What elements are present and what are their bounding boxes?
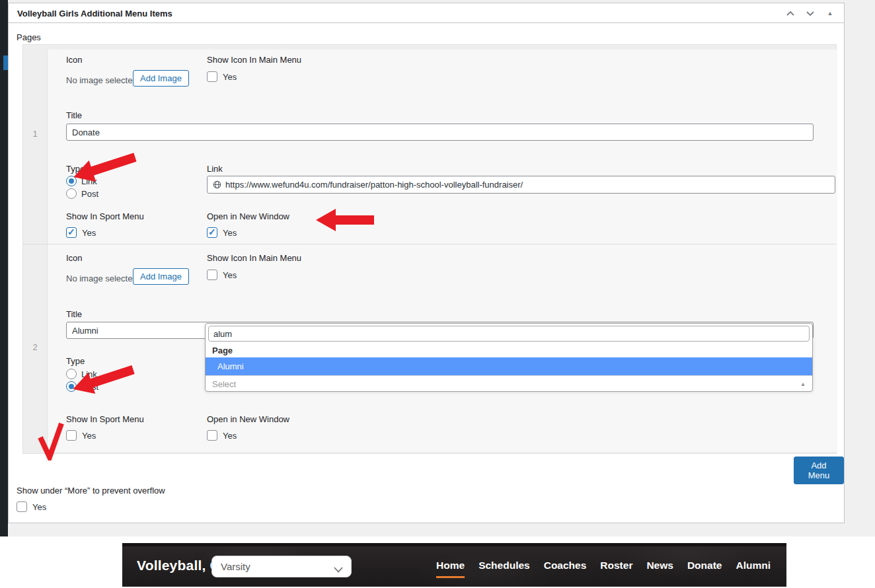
link-field-label: Link xyxy=(207,164,223,174)
panel-header: Volleyball Girls Additional Menu Items ▲ xyxy=(9,3,844,23)
select-placeholder: Select xyxy=(212,379,236,389)
post-search-input[interactable] xyxy=(208,326,810,342)
more-overflow-yes-label: Yes xyxy=(32,502,46,512)
globe-icon xyxy=(213,180,221,189)
row-1-order-handle[interactable]: 1 xyxy=(23,129,47,139)
new-window-label: Open in New Window xyxy=(207,414,289,424)
show-icon-checkbox-wrap: Yes xyxy=(207,71,237,82)
no-image-text: No image selected xyxy=(66,75,137,85)
site-nav-preview: Volleyball, Girls Varsity Home Schedules… xyxy=(122,543,786,587)
type-link-radio-wrap: Link xyxy=(66,176,97,186)
row-2-order-handle[interactable]: 2 xyxy=(23,342,47,352)
type-post-radio[interactable] xyxy=(66,381,77,392)
new-window-yes-label: Yes xyxy=(223,228,237,238)
title-input[interactable] xyxy=(66,124,814,141)
wp-admin-sidebar-active-marker xyxy=(3,55,8,70)
show-icon-yes-label: Yes xyxy=(223,270,237,280)
nav-item-coaches[interactable]: Coaches xyxy=(544,556,587,578)
type-post-radio[interactable] xyxy=(66,188,77,199)
title-field-label: Title xyxy=(66,110,82,120)
sport-menu-checkbox[interactable] xyxy=(66,227,77,238)
add-image-button[interactable]: Add Image xyxy=(133,70,189,87)
show-icon-checkbox[interactable] xyxy=(207,270,217,280)
repeater-table: 1 Icon No image selected Add Image Show … xyxy=(22,44,837,454)
type-post-label: Post xyxy=(81,382,98,392)
type-post-label: Post xyxy=(81,189,98,199)
dropdown-option-alumni[interactable]: Alumni xyxy=(206,357,812,375)
sport-menu-label: Show In Sport Menu xyxy=(66,211,144,221)
wp-admin-area: Volleyball Girls Additional Menu Items ▲… xyxy=(0,0,875,536)
collapse-toggle-icon[interactable]: ▲ xyxy=(825,9,835,18)
add-menu-button[interactable]: Add Menu xyxy=(794,457,844,484)
type-post-radio-wrap: Post xyxy=(66,381,98,392)
sport-menu-yes-label: Yes xyxy=(82,431,96,441)
level-select-value: Varsity xyxy=(221,561,250,572)
type-link-radio-wrap: Link xyxy=(66,369,97,379)
nav-item-home[interactable]: Home xyxy=(436,556,465,578)
show-icon-checkbox[interactable] xyxy=(207,71,217,82)
sport-menu-label: Show In Sport Menu xyxy=(66,414,144,424)
chevron-down-icon xyxy=(334,564,343,575)
panel-title: Volleyball Girls Additional Menu Items xyxy=(17,9,172,18)
new-window-checkbox[interactable] xyxy=(207,430,217,441)
show-icon-label: Show Icon In Main Menu xyxy=(207,55,301,65)
show-icon-yes-label: Yes xyxy=(223,72,237,82)
type-link-label: Link xyxy=(81,369,97,379)
add-image-button[interactable]: Add Image xyxy=(133,268,189,285)
screenshot-root: Volleyball Girls Additional Menu Items ▲… xyxy=(0,0,875,588)
dropdown-group-label: Page xyxy=(212,346,233,355)
nav-list: Home Schedules Coaches Roster News Donat… xyxy=(436,546,771,587)
show-icon-checkbox-wrap: Yes xyxy=(207,270,237,280)
new-window-yes-label: Yes xyxy=(223,431,237,441)
new-window-checkbox-wrap: Yes xyxy=(207,227,237,238)
type-link-radio[interactable] xyxy=(66,369,77,379)
more-overflow-checkbox[interactable] xyxy=(17,501,27,512)
no-image-text: No image selected xyxy=(66,274,137,283)
more-overflow-label: Show under “More” to prevent overflow xyxy=(17,486,165,496)
new-window-checkbox-wrap: Yes xyxy=(207,430,237,441)
more-overflow-checkbox-wrap: Yes xyxy=(17,501,46,512)
new-window-label: Open in New Window xyxy=(207,211,289,221)
postbox-panel: Volleyball Girls Additional Menu Items ▲… xyxy=(8,3,845,523)
repeater-row-1: Icon No image selected Add Image Show Ic… xyxy=(47,50,837,244)
type-link-radio[interactable] xyxy=(66,176,77,186)
type-post-radio-wrap: Post xyxy=(66,188,98,199)
icon-field-label: Icon xyxy=(66,55,83,65)
icon-field-label: Icon xyxy=(66,253,83,263)
type-link-label: Link xyxy=(81,176,97,186)
link-url-input[interactable]: https://www.wefund4u.com/fundraiser/patt… xyxy=(207,176,835,194)
sport-menu-checkbox-wrap: Yes xyxy=(66,430,96,441)
level-select[interactable]: Varsity xyxy=(211,556,352,577)
nav-item-alumni[interactable]: Alumni xyxy=(736,556,771,578)
title-field-label: Title xyxy=(66,309,82,319)
move-down-icon[interactable] xyxy=(806,9,815,18)
wp-admin-sidebar[interactable] xyxy=(0,0,8,536)
select-arrow-icon: ▲ xyxy=(800,381,806,387)
new-window-checkbox[interactable] xyxy=(207,227,217,238)
panel-controls: ▲ xyxy=(786,9,835,18)
nav-item-roster[interactable]: Roster xyxy=(600,556,632,578)
type-field-label: Type xyxy=(66,164,85,174)
nav-item-donate[interactable]: Donate xyxy=(687,556,722,578)
move-up-icon[interactable] xyxy=(786,9,795,18)
nav-item-schedules[interactable]: Schedules xyxy=(478,556,530,578)
field-label-pages: Pages xyxy=(17,32,41,42)
post-select-control[interactable]: Select ▲ xyxy=(206,375,812,392)
sport-menu-yes-label: Yes xyxy=(82,228,96,238)
sport-menu-checkbox-wrap: Yes xyxy=(66,227,96,238)
nav-item-news[interactable]: News xyxy=(646,556,673,578)
show-icon-label: Show Icon In Main Menu xyxy=(207,253,301,263)
post-select-dropdown: Page Alumni Select ▲ xyxy=(205,323,813,392)
type-field-label: Type xyxy=(66,356,85,366)
sport-menu-checkbox[interactable] xyxy=(66,430,77,441)
link-url-value: https://www.wefund4u.com/fundraiser/patt… xyxy=(225,180,523,190)
